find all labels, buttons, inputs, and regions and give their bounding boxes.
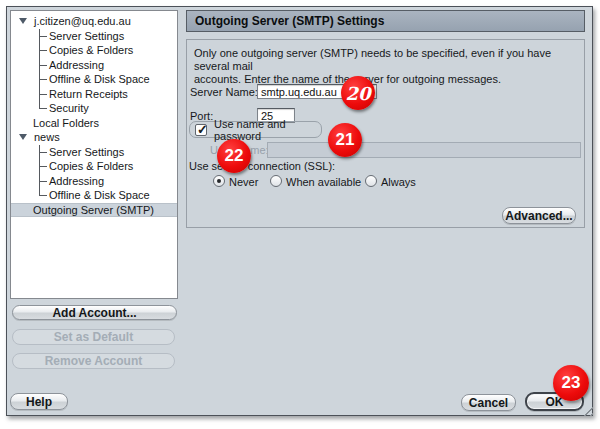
sidebar-item-label: Security — [49, 102, 89, 114]
sidebar-item-return-receipts[interactable]: Return Receipts — [11, 87, 177, 102]
panel-description: Only one outgoing server (SMTP) needs to… — [194, 47, 584, 86]
sidebar-item-security[interactable]: Security — [11, 101, 177, 116]
callout-badge-20: 20 — [341, 76, 375, 110]
sidebar-item-label: Local Folders — [33, 117, 99, 129]
sidebar-item-label: Copies & Folders — [49, 160, 133, 172]
checkmark-icon: ✓ — [197, 122, 208, 137]
sidebar-item-local-folders[interactable]: Local Folders — [11, 116, 177, 131]
sidebar-item-news-copies-folders[interactable]: Copies & Folders — [11, 159, 177, 174]
sidebar-item-label: Server Settings — [49, 146, 124, 158]
sidebar-item-copies-folders[interactable]: Copies & Folders — [11, 43, 177, 58]
description-line-2: accounts. Enter the name of the server f… — [194, 73, 584, 86]
ssl-when-available-label: When available — [286, 176, 361, 188]
use-name-password-group[interactable]: ✓ Use name and password — [189, 121, 322, 138]
sidebar-item-news-offline-disk-space[interactable]: Offline & Disk Space — [11, 188, 177, 203]
sidebar-item-outgoing-server-selected[interactable]: Outgoing Server (SMTP) — [11, 203, 177, 218]
cancel-button[interactable]: Cancel — [461, 394, 516, 411]
set-as-default-button: Set as Default — [12, 329, 175, 345]
sidebar-item-label: Outgoing Server (SMTP) — [33, 204, 154, 216]
server-name-label: Server Name: — [190, 86, 258, 98]
sidebar-item-account-1[interactable]: j.citizen@uq.edu.au — [11, 14, 177, 29]
use-name-password-checkbox[interactable]: ✓ — [195, 124, 207, 136]
sidebar-item-label: Offline & Disk Space — [49, 73, 150, 85]
ssl-when-available-radio[interactable] — [270, 175, 282, 187]
ssl-label: Use secure connection (SSL): — [189, 160, 335, 172]
ssl-never-label: Never — [229, 176, 258, 188]
add-account-button[interactable]: Add Account... — [12, 305, 177, 320]
user-name-input — [267, 142, 581, 158]
sidebar-item-label: Addressing — [49, 59, 104, 71]
sidebar-item-news-addressing[interactable]: Addressing — [11, 174, 177, 189]
account-tree-list: j.citizen@uq.edu.au Server Settings Copi… — [10, 10, 178, 299]
description-line-1: Only one outgoing server (SMTP) needs to… — [194, 47, 584, 73]
screenshot-page: j.citizen@uq.edu.au Server Settings Copi… — [0, 0, 600, 429]
sidebar-item-label: news — [34, 131, 60, 143]
sidebar-item-offline-disk-space[interactable]: Offline & Disk Space — [11, 72, 177, 87]
sidebar-item-addressing[interactable]: Addressing — [11, 58, 177, 73]
ssl-always-label: Always — [381, 176, 416, 188]
ssl-never-radio[interactable] — [213, 175, 225, 187]
sidebar-item-label: Copies & Folders — [49, 44, 133, 56]
help-button[interactable]: Help — [10, 393, 68, 410]
callout-badge-23: 23 — [553, 365, 589, 401]
sidebar-item-label: j.citizen@uq.edu.au — [34, 15, 131, 27]
sidebar-item-server-settings[interactable]: Server Settings — [11, 29, 177, 44]
sidebar-item-label: Server Settings — [49, 30, 124, 42]
disclosure-triangle-icon[interactable] — [19, 18, 27, 24]
callout-badge-22: 22 — [217, 139, 251, 173]
remove-account-button: Remove Account — [12, 353, 175, 369]
ssl-always-radio[interactable] — [365, 175, 377, 187]
disclosure-triangle-icon[interactable] — [19, 134, 27, 140]
sidebar-item-account-news[interactable]: news — [11, 130, 177, 145]
advanced-button[interactable]: Advanced... — [502, 207, 576, 224]
use-name-password-label: Use name and password — [214, 118, 321, 142]
panel-title: Outgoing Server (SMTP) Settings — [186, 10, 585, 32]
callout-badge-21: 21 — [328, 123, 362, 157]
sidebar-item-label: Addressing — [49, 175, 104, 187]
sidebar-item-label: Offline & Disk Space — [49, 189, 150, 201]
sidebar-item-label: Return Receipts — [49, 88, 128, 100]
sidebar-item-news-server-settings[interactable]: Server Settings — [11, 145, 177, 160]
